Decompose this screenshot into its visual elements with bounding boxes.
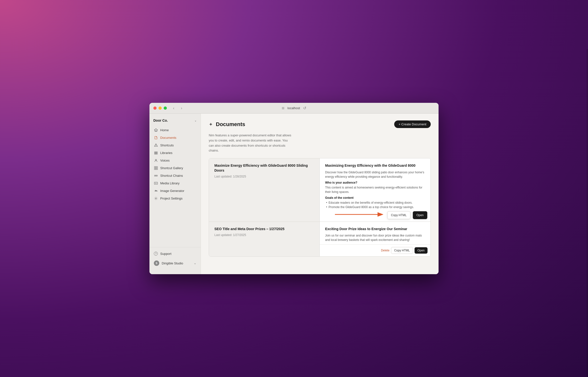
sidebar-item-documents-label: Documents bbox=[160, 136, 176, 140]
browser-nav: ‹ › bbox=[171, 105, 184, 111]
arrow-annotation bbox=[334, 211, 388, 218]
doc2-actions: Delete Copy HTML Open bbox=[320, 244, 430, 256]
page-header: ✦ Documents + Create Document bbox=[209, 120, 431, 128]
sidebar-item-media-library-label: Media Library bbox=[160, 181, 180, 185]
documents-icon bbox=[154, 136, 158, 140]
doc1-title: Maximize Energy Efficiency with GlideGua… bbox=[214, 163, 314, 173]
sidebar-item-voices-label: Voices bbox=[160, 159, 170, 162]
doc2-summary: Join us for our seminar and discover fun… bbox=[325, 233, 425, 242]
app-body: Door Co. ⌄ Home bbox=[149, 114, 439, 274]
document-card-2-right[interactable]: Exciting Door Prize Ideas to Energize Ou… bbox=[320, 222, 430, 257]
sidebar-item-shortcut-gallery[interactable]: Shortcut Gallery bbox=[151, 164, 199, 172]
doc1-summary: Discover how the GlideGuard 8000 sliding… bbox=[325, 170, 425, 179]
support-item[interactable]: ? Support bbox=[153, 250, 197, 257]
document-card-1-left[interactable]: Maximize Energy Efficiency with GlideGua… bbox=[209, 158, 320, 222]
svg-rect-5 bbox=[154, 154, 158, 154]
svg-rect-14 bbox=[154, 182, 158, 184]
svg-point-6 bbox=[155, 159, 157, 160]
documents-grid: Maximize Energy Efficiency with GlideGua… bbox=[209, 158, 431, 257]
sidebar-item-shortcuts[interactable]: Shortcuts bbox=[151, 141, 199, 149]
svg-point-17 bbox=[155, 198, 156, 199]
copy-html-button-2[interactable]: Copy HTML bbox=[391, 247, 413, 254]
copy-html-button-1[interactable]: Copy HTML bbox=[387, 211, 410, 219]
fullscreen-button[interactable] bbox=[164, 106, 167, 110]
sidebar-footer: ? Support S Dirigible Studio ⌄ bbox=[149, 247, 201, 270]
create-document-button[interactable]: + Create Document bbox=[394, 120, 431, 128]
browser-window: ‹ › ⊞ localhost ↺ Door Co. ⌄ bbox=[149, 103, 439, 274]
sidebar-item-libraries-label: Libraries bbox=[160, 151, 172, 155]
doc2-date: Last updated: 1/27/2025 bbox=[214, 233, 314, 237]
main-content: ✦ Documents + Create Document Nim featur… bbox=[201, 114, 439, 274]
sidebar-item-libraries[interactable]: Libraries bbox=[151, 149, 199, 156]
sidebar-item-media-library[interactable]: Media Library bbox=[151, 179, 199, 187]
image-generator-icon bbox=[154, 189, 158, 193]
doc1-audience-text: This content is aimed at homeowners seek… bbox=[325, 185, 425, 194]
workspace-bottom-item[interactable]: S Dirigible Studio ⌄ bbox=[153, 259, 197, 267]
doc1-audience-heading: Who is your audience? bbox=[325, 181, 425, 184]
open-button-2[interactable]: Open bbox=[415, 247, 428, 254]
workspace-bottom-left: S Dirigible Studio bbox=[154, 260, 183, 266]
sidebar-item-shortcut-chains-label: Shortcut Chains bbox=[160, 174, 183, 177]
address-bar: ⊞ localhost ↺ bbox=[282, 106, 306, 110]
page-title: Documents bbox=[216, 121, 245, 128]
sidebar: Door Co. ⌄ Home bbox=[149, 114, 201, 274]
monitor-icon: ⊞ bbox=[282, 106, 284, 110]
close-button[interactable] bbox=[153, 106, 157, 110]
workspace-bottom-chevron-icon: ⌄ bbox=[194, 261, 196, 265]
shortcut-chains-icon bbox=[154, 174, 158, 177]
page-description: Nim features a super-powered document ed… bbox=[209, 133, 292, 153]
delete-button-2[interactable]: Delete bbox=[381, 249, 390, 252]
sidebar-item-project-settings[interactable]: Project Settings bbox=[151, 195, 199, 202]
support-label: Support bbox=[160, 252, 172, 256]
svg-point-16 bbox=[155, 190, 156, 190]
svg-point-11 bbox=[154, 175, 156, 176]
sidebar-item-project-settings-label: Project Settings bbox=[160, 197, 183, 200]
project-settings-icon bbox=[154, 196, 158, 200]
workspace-selector[interactable]: Door Co. ⌄ bbox=[149, 118, 201, 126]
svg-rect-7 bbox=[154, 166, 156, 168]
sidebar-item-shortcut-gallery-label: Shortcut Gallery bbox=[160, 166, 183, 170]
sidebar-item-documents[interactable]: Documents bbox=[151, 134, 199, 141]
shortcuts-icon bbox=[154, 143, 158, 147]
open-button-1[interactable]: Open bbox=[413, 211, 427, 219]
media-library-icon bbox=[154, 181, 158, 185]
workspace-chevron-icon: ⌄ bbox=[194, 119, 197, 122]
sidebar-item-shortcuts-label: Shortcuts bbox=[160, 143, 174, 147]
page-title-group: ✦ Documents bbox=[209, 121, 245, 128]
browser-chrome: ‹ › ⊞ localhost ↺ bbox=[149, 103, 439, 114]
doc1-content-title: Maximizing Energy Efficiency with the Gl… bbox=[325, 163, 425, 168]
sidebar-item-voices[interactable]: Voices bbox=[151, 157, 199, 164]
libraries-icon bbox=[154, 151, 158, 155]
documents-page-icon: ✦ bbox=[209, 121, 213, 127]
url-text[interactable]: localhost bbox=[287, 106, 300, 110]
svg-rect-10 bbox=[156, 168, 158, 170]
support-icon: ? bbox=[154, 252, 158, 256]
shortcut-gallery-icon bbox=[154, 166, 158, 170]
voices-icon bbox=[154, 158, 158, 162]
doc2-title: SEO Title and Meta Door Prizes – 1/27/20… bbox=[214, 227, 314, 232]
document-card-1-right[interactable]: Maximizing Energy Efficiency with the Gl… bbox=[320, 158, 430, 222]
svg-rect-8 bbox=[156, 166, 158, 168]
doc1-goals-heading: Goals of the content bbox=[325, 196, 425, 200]
sidebar-item-image-generator[interactable]: Image Generator bbox=[151, 187, 199, 194]
sidebar-nav: Home Documents bbox=[149, 126, 201, 245]
svg-rect-4 bbox=[154, 153, 158, 153]
back-button[interactable]: ‹ bbox=[171, 105, 177, 111]
forward-button[interactable]: › bbox=[179, 105, 184, 111]
workspace-avatar: S bbox=[154, 260, 159, 266]
minimize-button[interactable] bbox=[159, 106, 162, 110]
doc1-date: Last updated: 1/28/2025 bbox=[214, 175, 314, 178]
sidebar-item-home-label: Home bbox=[160, 128, 169, 132]
sidebar-item-image-generator-label: Image Generator bbox=[160, 189, 184, 193]
traffic-lights bbox=[153, 106, 167, 110]
document-card-2-left[interactable]: SEO Title and Meta Door Prizes – 1/27/20… bbox=[209, 222, 320, 257]
sidebar-item-home[interactable]: Home bbox=[151, 126, 199, 134]
sidebar-item-shortcut-chains[interactable]: Shortcut Chains bbox=[151, 172, 199, 179]
reload-button[interactable]: ↺ bbox=[303, 106, 306, 110]
svg-rect-3 bbox=[154, 152, 158, 152]
workspace-name: Door Co. bbox=[153, 118, 168, 122]
home-icon bbox=[154, 128, 158, 132]
doc1-bullet-2: Promote the GlideGuard 8000 as a top cho… bbox=[325, 205, 425, 209]
svg-rect-9 bbox=[154, 168, 156, 170]
svg-point-2 bbox=[156, 146, 156, 146]
